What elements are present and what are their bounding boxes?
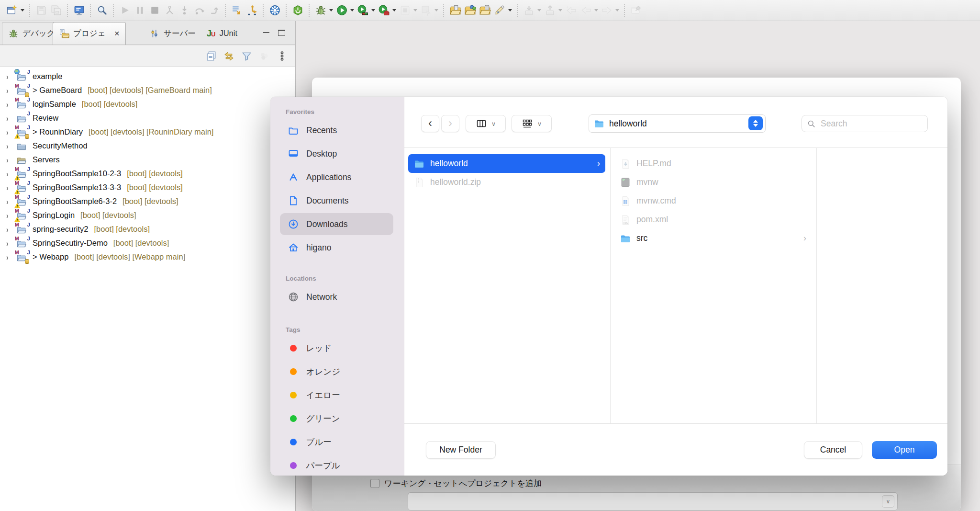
sidebar-item-オレンジ[interactable]: オレンジ <box>280 361 393 383</box>
sidebar-item-downloads[interactable]: Downloads <box>280 213 393 235</box>
debug-config-button[interactable] <box>267 3 282 17</box>
working-sets-button <box>258 50 270 62</box>
tree-item-gameboard[interactable]: MJ> GameBoard[boot] [devtools] [GameBoar… <box>0 83 295 97</box>
expand-chevron-icon[interactable] <box>6 115 11 122</box>
sidebar-item-network[interactable]: Network <box>280 286 393 308</box>
sidebar-item-documents[interactable]: Documents <box>280 190 393 212</box>
tree-item-example[interactable]: Jexample <box>0 69 295 83</box>
dropdown-caret-icon[interactable] <box>508 9 512 11</box>
open-file-button[interactable] <box>448 3 463 17</box>
sidebar-item-パープル[interactable]: パープル <box>280 454 393 476</box>
path-stepper[interactable] <box>748 116 763 130</box>
file-item-mvnw-cmd[interactable]: mvnw.cmd <box>614 192 812 210</box>
debug-button[interactable] <box>313 3 334 17</box>
tree-item-springlogin[interactable]: MJ!SpringLogin[boot] [devtools] <box>0 208 295 222</box>
tree-item-securitymethod[interactable]: SecurityMethod <box>0 139 295 153</box>
dropdown-caret-icon[interactable] <box>392 9 396 11</box>
expand-chevron-icon[interactable] <box>6 101 11 108</box>
path-dropdown[interactable]: helloworld <box>589 114 766 133</box>
link-editor-button[interactable] <box>223 50 235 62</box>
new-wizard-button[interactable] <box>5 3 26 17</box>
file-item-pom-xml[interactable]: pom.xml <box>614 210 812 229</box>
view-mode-button[interactable] <box>466 115 506 132</box>
tab-servers[interactable]: サーバー <box>144 22 201 45</box>
dropdown-caret-icon[interactable] <box>350 9 354 11</box>
search-field <box>802 115 928 132</box>
expand-chevron-icon[interactable] <box>6 170 11 177</box>
mark-occurrences-button[interactable] <box>230 3 245 17</box>
open-console-button[interactable] <box>72 3 87 17</box>
file-item-helloworld-zip[interactable]: helloworld.zip <box>408 173 605 192</box>
dropdown-caret-icon[interactable] <box>329 9 333 11</box>
sidebar-item-イエロー[interactable]: イエロー <box>280 384 393 406</box>
tab-junit[interactable]: JU JUnit <box>201 22 243 45</box>
file-item-helloworld[interactable]: helloworld <box>408 154 605 173</box>
tab-project-explorer[interactable]: プロジェ <box>53 22 126 45</box>
sidebar-item-desktop[interactable]: Desktop <box>280 143 393 165</box>
expand-chevron-icon[interactable] <box>6 129 11 136</box>
expand-chevron-icon[interactable] <box>6 198 11 205</box>
search-button[interactable] <box>95 3 110 17</box>
spring-boot-button[interactable] <box>290 3 305 17</box>
expand-chevron-icon[interactable] <box>6 212 11 219</box>
tree-item-spring-security2[interactable]: MJspring-security2[boot] [devtools] <box>0 222 295 236</box>
expand-chevron-icon[interactable] <box>6 73 11 80</box>
new-folder-button[interactable]: New Folder <box>426 441 496 459</box>
open-button[interactable]: Open <box>872 441 937 459</box>
tprj-icon <box>16 114 27 124</box>
sidebar-item-label: Network <box>306 292 337 302</box>
working-set-checkbox[interactable] <box>370 479 379 488</box>
expand-chevron-icon[interactable] <box>6 226 11 233</box>
close-icon[interactable] <box>114 30 120 37</box>
skip-breakpoints-button[interactable] <box>245 3 259 17</box>
tree-item-springbootsample10-2-3[interactable]: MJ!SpringBootSample10-2-3[boot] [devtool… <box>0 167 295 181</box>
highlighter-button[interactable] <box>492 3 513 17</box>
tree-item-springbootsample6-3-2[interactable]: MJ!SpringBootSample6-3-2[boot] [devtools… <box>0 194 295 208</box>
forward-button[interactable] <box>441 115 459 132</box>
profile-button[interactable] <box>377 3 398 17</box>
group-button[interactable] <box>512 115 552 132</box>
open-projects-button[interactable] <box>463 3 478 17</box>
expand-chevron-icon[interactable] <box>6 240 11 247</box>
expand-chevron-icon[interactable] <box>6 157 11 163</box>
maximize-view-button[interactable] <box>275 27 288 37</box>
expand-chevron-icon[interactable] <box>6 184 11 191</box>
file-item-src[interactable]: src <box>614 229 812 248</box>
expand-chevron-icon[interactable] <box>6 254 11 261</box>
file-item-mvnw[interactable]: mvnw <box>614 173 812 192</box>
sidebar-item-recents[interactable]: Recents <box>280 119 393 141</box>
dropdown-caret-icon[interactable] <box>371 9 375 11</box>
expand-chevron-icon[interactable] <box>6 143 11 149</box>
open-tasks-button[interactable] <box>478 3 492 17</box>
tree-item-rounindiary[interactable]: MJ!> RouninDiary[boot] [devtools] [Rouni… <box>0 125 295 139</box>
tree-item-loginsample[interactable]: MJloginSample[boot] [devtools] <box>0 97 295 111</box>
suspend-icon <box>134 4 146 16</box>
cancel-button[interactable]: Cancel <box>804 441 862 459</box>
filter-button[interactable] <box>241 50 253 62</box>
tab-debug[interactable]: デバッグ <box>2 22 61 45</box>
sidebar-item-グリーン[interactable]: グリーン <box>280 408 393 430</box>
coverage-button[interactable] <box>356 3 377 17</box>
last-edit-button <box>564 3 579 17</box>
tree-item-webapp[interactable]: MJ> Webapp[boot] [devtools] [Webapp main… <box>0 250 295 264</box>
tag-dot-icon <box>290 392 297 398</box>
dropdown-caret-icon[interactable] <box>21 9 24 11</box>
sidebar-item-レッド[interactable]: レッド <box>280 337 393 359</box>
tree-item-springbootsample13-3-3[interactable]: MJ!SpringBootSample13-3-3[boot] [devtool… <box>0 181 295 194</box>
sidebar-item-ブルー[interactable]: ブルー <box>280 431 393 453</box>
tree-item-review[interactable]: JReview <box>0 111 295 125</box>
screen: デバッグ プロジェ サーバー JU JUnit JexampleMJ> Game… <box>0 0 980 511</box>
sidebar-item-higano[interactable]: higano <box>280 237 393 259</box>
file-item-help-md[interactable]: HELP.md <box>614 154 812 173</box>
search-input[interactable] <box>820 118 923 129</box>
minimize-view-button[interactable] <box>260 27 272 37</box>
back-button[interactable] <box>421 115 439 132</box>
tree-item-servers[interactable]: Servers <box>0 153 295 167</box>
view-menu-button[interactable] <box>276 50 288 62</box>
expand-chevron-icon[interactable] <box>6 87 11 94</box>
collapse-all-button[interactable] <box>205 50 217 62</box>
tree-item-springsecutiry-demo[interactable]: MJSpringSecutiry-Demo[boot] [devtools] <box>0 236 295 250</box>
run-button[interactable] <box>334 3 356 17</box>
zip-icon <box>413 177 425 188</box>
sidebar-item-applications[interactable]: Applications <box>280 166 393 188</box>
